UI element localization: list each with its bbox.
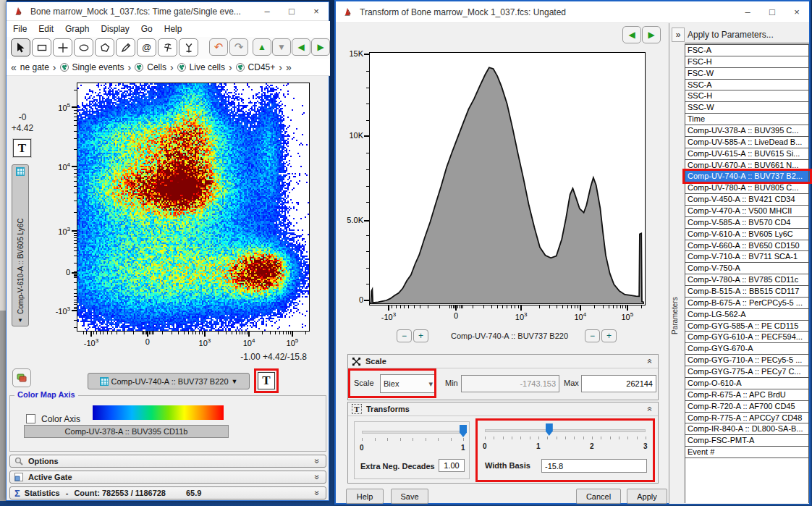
statistics-bar[interactable]: Σ Statistics - Count: 782553 / 1186728 6… bbox=[9, 486, 326, 499]
parameter-row[interactable]: Comp-O-610-A bbox=[685, 378, 808, 389]
breadcrumb-item-single-events[interactable]: Single events bbox=[72, 62, 124, 72]
close-icon[interactable]: × bbox=[784, 1, 809, 22]
redo-icon[interactable]: ↷ bbox=[229, 38, 248, 56]
parameter-row[interactable]: Comp-V-710-A :: BV711 SCA-1 bbox=[685, 251, 808, 263]
cancel-button[interactable]: Cancel bbox=[576, 489, 621, 504]
menu-item-file[interactable]: File bbox=[13, 24, 27, 34]
x-axis-parameter-button[interactable]: Comp-UV-740-A :: BUV737 B220 ▼ bbox=[88, 373, 250, 389]
minimize-icon[interactable]: – bbox=[735, 1, 760, 22]
auto-gate-tool[interactable]: @ bbox=[137, 38, 156, 56]
breadcrumb-item-cells[interactable]: Cells bbox=[147, 62, 166, 72]
spider-gate-tool[interactable] bbox=[179, 38, 198, 56]
close-icon[interactable]: × bbox=[304, 2, 329, 20]
parameter-row[interactable]: Comp-UV-780-A :: BUV805 C... bbox=[685, 182, 808, 194]
width-basis-input[interactable] bbox=[541, 459, 647, 473]
y-zoom-out-button[interactable]: − bbox=[397, 329, 412, 342]
collapse-chevron-icon[interactable]: » bbox=[645, 359, 655, 364]
expand-chevron-icon[interactable]: » bbox=[313, 459, 323, 464]
parameter-row[interactable]: SSC-A bbox=[685, 80, 808, 91]
parameter-row[interactable]: Comp-V-660-A :: BV650 CD150 bbox=[685, 240, 808, 252]
quad-gate-tool[interactable] bbox=[53, 38, 72, 56]
x-axis-text-button[interactable]: T bbox=[258, 372, 275, 389]
prev-parameter-icon[interactable]: ◀ bbox=[622, 26, 641, 43]
menu-item-go[interactable]: Go bbox=[141, 24, 153, 34]
parameter-row[interactable]: Comp-UV-585-A :: LiveDead B... bbox=[685, 137, 808, 148]
parameter-row[interactable]: Comp-V-780-A :: BV785 CD11c bbox=[685, 274, 808, 286]
parameter-row[interactable]: Comp-UV-615-A :: BUV615 Si... bbox=[685, 148, 808, 160]
parameter-row[interactable]: Comp-R-720-A :: AF700 CD45 bbox=[685, 401, 808, 413]
color-axis-checkbox[interactable] bbox=[26, 414, 35, 423]
parameter-row[interactable]: SSC-H bbox=[685, 90, 808, 102]
parameter-row[interactable]: Comp-IR-840-A :: DL800-SA-B... bbox=[685, 423, 808, 435]
maximize-icon[interactable]: □ bbox=[279, 2, 304, 20]
ellipse-gate-tool[interactable] bbox=[74, 38, 93, 56]
slider-track[interactable] bbox=[362, 431, 463, 434]
scale-panel-header[interactable]: Scale » bbox=[348, 355, 658, 368]
parameter-row[interactable]: Time bbox=[685, 114, 808, 125]
parameter-row[interactable]: SSC-W bbox=[685, 102, 808, 114]
parameter-row[interactable]: Comp-GYG-610-A :: PECF594... bbox=[685, 332, 808, 343]
params-expand-icon[interactable]: » bbox=[672, 28, 685, 42]
slider-thumb[interactable] bbox=[546, 423, 553, 436]
maximize-icon[interactable]: □ bbox=[760, 1, 784, 22]
parameter-row[interactable]: Comp-B-515-A :: BB515 CD117 bbox=[685, 286, 808, 298]
menu-item-edit[interactable]: Edit bbox=[38, 24, 54, 34]
parameter-row[interactable]: Comp-UV-670-A :: BUV661 N... bbox=[685, 160, 808, 172]
parameter-row[interactable]: FSC-A bbox=[685, 45, 808, 56]
pencil-gate-tool[interactable] bbox=[116, 38, 135, 56]
parameter-row[interactable]: Comp-LG-562-A bbox=[685, 309, 808, 321]
min-input[interactable] bbox=[461, 375, 559, 392]
undo-icon[interactable]: ↶ bbox=[209, 38, 228, 56]
collapse-chevron-icon[interactable]: » bbox=[645, 407, 655, 412]
breadcrumb-collapse-right-icon[interactable]: » bbox=[286, 62, 292, 73]
x-zoom-out-button[interactable]: − bbox=[585, 329, 600, 342]
scale-select[interactable]: Biex ▾ bbox=[380, 374, 436, 393]
save-button[interactable]: Save bbox=[391, 489, 428, 504]
parameter-row[interactable]: FSC-W bbox=[685, 68, 808, 80]
slider-track[interactable] bbox=[485, 429, 646, 432]
active-gate-bar[interactable]: Active Gate » bbox=[9, 471, 326, 484]
parameter-row[interactable]: FSC-H bbox=[685, 56, 808, 68]
title-bar[interactable]: Bone marrow_Mock 1_037.fcs: Time gate/Si… bbox=[7, 2, 329, 21]
minimize-icon[interactable]: – bbox=[255, 2, 279, 20]
extra-neg-decades-input[interactable] bbox=[439, 459, 465, 472]
pseudocolor-plot[interactable] bbox=[77, 83, 310, 332]
options-bar[interactable]: Options » bbox=[9, 455, 326, 468]
menu-item-help[interactable]: Help bbox=[164, 24, 182, 34]
breadcrumb-item-cd45-[interactable]: CD45+ bbox=[248, 62, 276, 72]
y-axis-text-button[interactable]: T bbox=[13, 139, 31, 157]
parameter-row[interactable]: Comp-V-470-A :: V500 MHCII bbox=[685, 206, 808, 217]
apply-button[interactable]: Apply bbox=[627, 489, 667, 504]
color-map-icon[interactable] bbox=[12, 368, 31, 387]
parameter-row[interactable]: Comp-FSC-PMT-A bbox=[685, 435, 808, 447]
breadcrumb-item-ne-gate[interactable]: ne gate bbox=[20, 62, 49, 72]
parameter-row[interactable]: Comp-UV-378-A :: BUV395 C... bbox=[685, 125, 808, 137]
breadcrumb-item-live-cells[interactable]: Live cells bbox=[190, 62, 225, 72]
color-map-parameter-button[interactable]: Comp-UV-378-A :: BUV395 CD11b bbox=[24, 425, 229, 438]
rectangle-gate-tool[interactable] bbox=[32, 38, 51, 56]
parameter-row[interactable]: Comp-R-775-A :: APCCy7 CD48 bbox=[685, 413, 808, 424]
breadcrumb-collapse-left-icon[interactable]: « bbox=[11, 62, 17, 73]
expand-chevron-icon[interactable]: » bbox=[313, 491, 323, 496]
parameter-row[interactable]: Comp-GYG-710-A :: PECy5-5 ... bbox=[685, 355, 808, 366]
parameter-row[interactable]: Comp-B-675-A :: PerCPCy5-5 ... bbox=[685, 298, 808, 309]
x-zoom-in-button[interactable]: + bbox=[601, 329, 617, 342]
parameter-row[interactable]: Comp-V-750-A bbox=[685, 263, 808, 274]
nav-up-icon[interactable]: ▲ bbox=[253, 38, 271, 56]
y-zoom-in-button[interactable]: + bbox=[413, 329, 428, 342]
menu-item-display[interactable]: Display bbox=[101, 24, 129, 34]
parameter-row[interactable]: Event # bbox=[685, 447, 808, 458]
nav-left-icon[interactable]: ◀ bbox=[292, 38, 310, 56]
parameter-row[interactable]: Comp-GYG-585-A :: PE CD115 bbox=[685, 321, 808, 332]
parameter-row[interactable]: Comp-V-585-A :: BV570 CD4 bbox=[685, 217, 808, 229]
parameter-row[interactable]: Comp-R-675-A :: APC BrdU bbox=[685, 389, 808, 401]
parameter-row[interactable]: Comp-V-610-A :: BV605 Ly6C bbox=[685, 229, 808, 240]
next-parameter-icon[interactable]: ▶ bbox=[642, 26, 661, 43]
nav-down-icon[interactable]: ▼ bbox=[272, 38, 291, 56]
histogram-plot[interactable] bbox=[369, 52, 646, 305]
nav-right-icon[interactable]: ▶ bbox=[311, 38, 330, 56]
parameter-row[interactable]: Comp-GYG-775-A :: PECy7 C... bbox=[685, 366, 808, 378]
parameter-row[interactable]: Comp-V-450-A :: BV421 CD34 bbox=[685, 194, 808, 206]
max-input[interactable] bbox=[581, 375, 656, 392]
title-bar[interactable]: Transform of Bone marrow_Mock 1_037.fcs:… bbox=[336, 1, 809, 23]
